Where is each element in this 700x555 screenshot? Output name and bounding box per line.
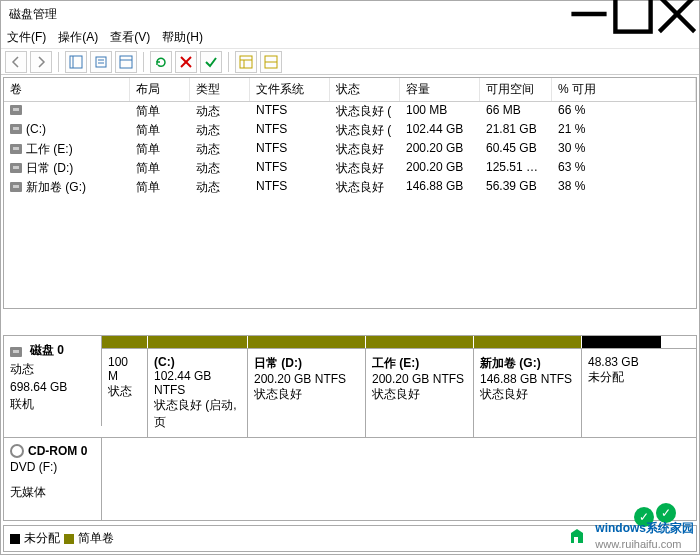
cell-type: 动态 xyxy=(190,102,250,121)
menubar: 文件(F) 操作(A) 查看(V) 帮助(H) xyxy=(1,27,699,49)
maximize-button[interactable] xyxy=(611,1,655,27)
col-layout[interactable]: 布局 xyxy=(130,78,190,101)
back-button[interactable] xyxy=(5,51,27,73)
watermark-text: windows系统家园 xyxy=(595,521,694,535)
allocation-bar xyxy=(102,336,696,348)
app-title: 磁盘管理 xyxy=(9,6,57,23)
cdrom-empty-area xyxy=(102,438,696,520)
cell-free: 21.81 GB xyxy=(480,121,552,140)
cell-type: 动态 xyxy=(190,121,250,140)
partition-box[interactable]: 工作 (E:)200.20 GB NTFS状态良好 xyxy=(366,349,474,437)
alloc-segment xyxy=(102,336,148,348)
cell-capacity: 200.20 GB xyxy=(400,159,480,178)
partition-status: 状态良好 (启动, 页 xyxy=(154,397,241,431)
cdrom-state: 无媒体 xyxy=(10,484,95,501)
cell-status: 状态良好 xyxy=(330,178,400,197)
disk-graph-panel: 磁盘 0 动态 698.64 GB 联机 100 M状态(C:)102.44 G… xyxy=(3,335,697,521)
cdrom-label[interactable]: CD-ROM 0 DVD (F:) 无媒体 xyxy=(4,438,102,520)
table-row[interactable]: 日常 (D:)简单动态NTFS状态良好200.20 GB125.51 …63 % xyxy=(4,159,696,178)
watermark: windows系统家园 www.ruihaifu.com xyxy=(569,520,694,551)
svg-rect-6 xyxy=(96,57,106,67)
cell-pctfree: 66 % xyxy=(552,102,696,121)
partition-name: 日常 (D:) xyxy=(254,355,359,372)
col-fs[interactable]: 文件系统 xyxy=(250,78,330,101)
partition-name: 工作 (E:) xyxy=(372,355,467,372)
graphical-view-button[interactable] xyxy=(260,51,282,73)
partition-size: 102.44 GB NTFS xyxy=(154,369,241,397)
cdrom-icon xyxy=(10,444,24,458)
volume-icon xyxy=(10,105,22,115)
check-mark-button[interactable] xyxy=(200,51,222,73)
col-type[interactable]: 类型 xyxy=(190,78,250,101)
legend-swatch-simple xyxy=(64,534,74,544)
menu-file[interactable]: 文件(F) xyxy=(7,29,46,46)
cell-free: 66 MB xyxy=(480,102,552,121)
cell-layout: 简单 xyxy=(130,102,190,121)
cell-capacity: 200.20 GB xyxy=(400,140,480,159)
disk-0-state: 联机 xyxy=(10,396,95,413)
partition-status: 状态良好 xyxy=(372,386,467,403)
table-row[interactable]: 工作 (E:)简单动态NTFS状态良好200.20 GB60.45 GB30 % xyxy=(4,140,696,159)
svg-rect-9 xyxy=(120,56,132,68)
cell-type: 动态 xyxy=(190,159,250,178)
partition-box[interactable]: 新加卷 (G:)146.88 GB NTFS状态良好 xyxy=(474,349,582,437)
svg-rect-13 xyxy=(240,56,252,68)
table-row[interactable]: (C:)简单动态NTFS状态良好 (102.44 GB21.81 GB21 % xyxy=(4,121,696,140)
partition-status: 未分配 xyxy=(588,369,656,386)
table-row[interactable]: 新加卷 (G:)简单动态NTFS状态良好146.88 GB56.39 GB38 … xyxy=(4,178,696,197)
volume-icon xyxy=(10,163,22,173)
detail-view-button[interactable] xyxy=(235,51,257,73)
partition-box[interactable]: 100 M状态 xyxy=(102,349,148,437)
cell-free: 60.45 GB xyxy=(480,140,552,159)
partition-box[interactable]: (C:)102.44 GB NTFS状态良好 (启动, 页 xyxy=(148,349,248,437)
col-pctfree[interactable]: % 可用 xyxy=(552,78,696,101)
close-button[interactable] xyxy=(655,1,699,27)
disk-0-label[interactable]: 磁盘 0 动态 698.64 GB 联机 xyxy=(4,336,102,426)
cell-layout: 简单 xyxy=(130,140,190,159)
col-free[interactable]: 可用空间 xyxy=(480,78,552,101)
forward-button[interactable] xyxy=(30,51,52,73)
partition-status: 状态良好 xyxy=(254,386,359,403)
volume-icon xyxy=(10,144,22,154)
refresh-button[interactable] xyxy=(150,51,172,73)
menu-help[interactable]: 帮助(H) xyxy=(162,29,203,46)
properties-button[interactable] xyxy=(90,51,112,73)
volume-icon xyxy=(10,182,22,192)
list-view-button[interactable] xyxy=(115,51,137,73)
partition-name: (C:) xyxy=(154,355,241,369)
menu-view[interactable]: 查看(V) xyxy=(110,29,150,46)
show-hide-console-tree-button[interactable] xyxy=(65,51,87,73)
cell-volume xyxy=(4,102,130,121)
cell-volume: 工作 (E:) xyxy=(4,140,130,159)
grid-body: 简单动态NTFS状态良好 (100 MB66 MB66 %(C:)简单动态NTF… xyxy=(4,102,696,197)
col-volume[interactable]: 卷 xyxy=(4,78,130,101)
cell-fs: NTFS xyxy=(250,140,330,159)
cdrom-row: CD-ROM 0 DVD (F:) 无媒体 xyxy=(4,437,696,520)
partition-size: 100 M xyxy=(108,355,141,383)
disk-0-row: 磁盘 0 动态 698.64 GB 联机 100 M状态(C:)102.44 G… xyxy=(4,336,696,437)
rescan-disks-button[interactable] xyxy=(175,51,197,73)
menu-action[interactable]: 操作(A) xyxy=(58,29,98,46)
minimize-button[interactable] xyxy=(567,1,611,27)
cell-status: 状态良好 xyxy=(330,159,400,178)
cell-fs: NTFS xyxy=(250,121,330,140)
legend-simple: 简单卷 xyxy=(78,530,114,547)
cell-capacity: 100 MB xyxy=(400,102,480,121)
cell-type: 动态 xyxy=(190,140,250,159)
disk-0-title: 磁盘 0 xyxy=(30,342,64,359)
partition-name: 新加卷 (G:) xyxy=(480,355,575,372)
cell-pctfree: 21 % xyxy=(552,121,696,140)
partition-size: 146.88 GB NTFS xyxy=(480,372,575,386)
partition-row: 100 M状态(C:)102.44 GB NTFS状态良好 (启动, 页日常 (… xyxy=(102,348,696,437)
col-status[interactable]: 状态 xyxy=(330,78,400,101)
table-row[interactable]: 简单动态NTFS状态良好 (100 MB66 MB66 % xyxy=(4,102,696,121)
partition-box[interactable]: 48.83 GB未分配 xyxy=(582,349,662,437)
cell-capacity: 146.88 GB xyxy=(400,178,480,197)
partition-box[interactable]: 日常 (D:)200.20 GB NTFS状态良好 xyxy=(248,349,366,437)
alloc-segment xyxy=(582,336,662,348)
cell-layout: 简单 xyxy=(130,178,190,197)
grid-header-row: 卷 布局 类型 文件系统 状态 容量 可用空间 % 可用 xyxy=(4,78,696,102)
cdrom-title: CD-ROM 0 xyxy=(28,444,87,458)
svg-rect-18 xyxy=(574,537,578,543)
col-capacity[interactable]: 容量 xyxy=(400,78,480,101)
